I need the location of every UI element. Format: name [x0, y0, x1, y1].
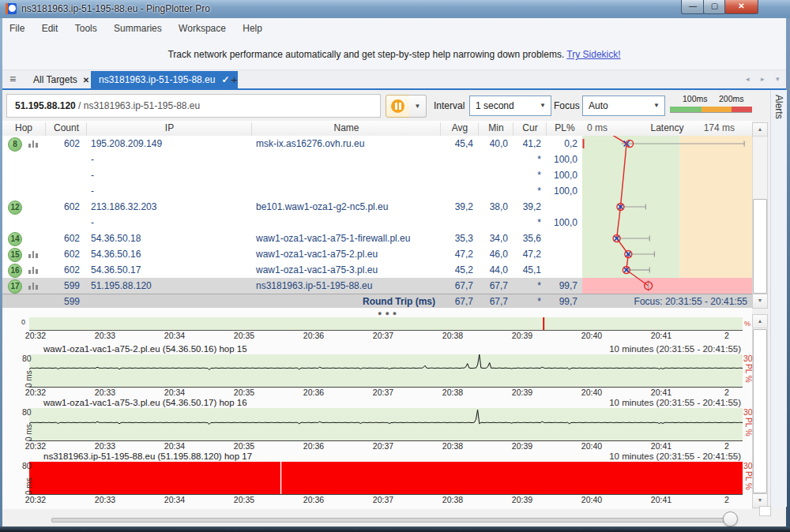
- timeline-plot-hop16[interactable]: [29, 408, 743, 441]
- time-tick-strip: 20:40: [581, 331, 602, 340]
- title-bar[interactable]: ns3181963.ip-51-195-88.eu - PingPlotter …: [0, 0, 790, 19]
- menu-help[interactable]: Help: [243, 23, 262, 34]
- hop-loss-pct: 100,0: [546, 170, 577, 181]
- col-count[interactable]: Count: [45, 122, 87, 136]
- chevron-down-icon[interactable]: ▾: [735, 399, 738, 406]
- hop-avg: 67,7: [440, 280, 473, 291]
- hop-cur: 39,2: [513, 201, 541, 212]
- menu-tools[interactable]: Tools: [75, 23, 97, 34]
- pl-axis-label: PL %: [744, 471, 753, 495]
- timeline-scroll-thumb[interactable]: [753, 329, 767, 493]
- col-latency[interactable]: 0 ms Latency 174 ms: [582, 122, 752, 136]
- hop-count: 602: [45, 264, 80, 275]
- hop-ip: 51.195.88.120: [91, 280, 249, 291]
- legend-green: [670, 107, 702, 112]
- timeline-plot-hop17[interactable]: [29, 462, 743, 495]
- hop-ip: 54.36.50.17: [91, 264, 249, 275]
- tab-menu-icon[interactable]: ≡: [9, 73, 16, 85]
- pane-splitter-handle[interactable]: ●●●: [378, 309, 400, 317]
- target-address-field[interactable]: 51.195.88.120 / ns3181963.ip-51-195-88.e…: [6, 94, 381, 118]
- legend-200ms: 200ms: [719, 94, 744, 103]
- latency-summary-graph[interactable]: [582, 136, 752, 294]
- round-trip-row[interactable]: 599 Round Trip (ms) 67,7 67,7 * 99,7 Foc…: [2, 294, 752, 309]
- menu-edit[interactable]: Edit: [42, 23, 58, 34]
- tab-all-targets-label: All Targets: [33, 74, 77, 85]
- time-slider-thumb[interactable]: [723, 511, 738, 526]
- graph-title-hop16: waw1-oza1-vac1-a75-3.pl.eu (54.36.50.17)…: [43, 398, 247, 407]
- hop-name: waw1-oza1-vac1-a75-2.pl.eu: [256, 249, 438, 260]
- minimize-button[interactable]: —: [681, 0, 705, 14]
- hop-ip: 54.36.50.16: [91, 249, 249, 260]
- hop-min: 67,7: [478, 280, 508, 291]
- hop-name: be101.waw1-oza1-g2-nc5.pl.eu: [256, 201, 438, 212]
- hop-loss-pct: 100,0: [546, 154, 577, 165]
- time-tick-hop16: 20:36: [303, 441, 324, 451]
- col-name[interactable]: Name: [251, 122, 441, 136]
- y-max-label: 80: [22, 354, 32, 363]
- hop-cur: 45,1: [513, 264, 541, 275]
- interval-value: 1 second: [476, 100, 514, 111]
- graph-period[interactable]: 10 minutes (20:31:55 - 20:41:55): [609, 398, 741, 407]
- pingplotter-window: ns3181963.ip-51-195-88.eu - PingPlotter …: [0, 0, 790, 532]
- time-slider-track[interactable]: [51, 518, 728, 523]
- time-tick-hop17: 20:33: [95, 495, 115, 504]
- menu-workspace[interactable]: Workspace: [179, 23, 226, 34]
- pause-dropdown-button[interactable]: ▼: [409, 95, 427, 118]
- pl-axis-label: PL %: [744, 418, 753, 441]
- time-tick-hop16: 20:32: [25, 441, 46, 451]
- hop-count: 602: [45, 201, 80, 212]
- hop-min: 44,0: [478, 264, 508, 275]
- tab-active-target[interactable]: ns3181963.ip-51-195-88.eu✓: [91, 71, 238, 90]
- graph-period[interactable]: 10 minutes (20:31:55 - 20:41:55): [609, 451, 741, 461]
- pause-button[interactable]: [386, 95, 411, 118]
- col-cur[interactable]: Cur: [513, 122, 547, 136]
- chevron-down-icon[interactable]: ▾: [735, 453, 738, 460]
- hop-number-badge: 17: [8, 279, 22, 294]
- rt-min: 67,7: [478, 296, 508, 307]
- hop-min: 40,0: [478, 138, 508, 149]
- graph-period[interactable]: 10 minutes (20:31:55 - 20:41:55): [609, 344, 741, 354]
- interval-label: Interval: [434, 100, 465, 111]
- time-tick-hop16: 20:41: [651, 441, 672, 451]
- alerts-tab-label[interactable]: Alerts: [773, 95, 784, 119]
- time-tick-strip: 20:36: [303, 331, 324, 340]
- try-sidekick-link[interactable]: Try Sidekick!: [566, 49, 620, 60]
- interval-select[interactable]: 1 second▼: [469, 96, 551, 116]
- close-button[interactable]: ✕: [724, 0, 758, 14]
- focus-value: Auto: [589, 100, 608, 111]
- maximize-button[interactable]: ▢: [703, 0, 726, 14]
- hop-count: 602: [45, 249, 80, 260]
- time-tick-hop16: 20:35: [234, 441, 254, 451]
- tab-close-icon[interactable]: ✕: [83, 76, 89, 84]
- scrollbar-corner: [759, 506, 771, 516]
- col-avg[interactable]: Avg: [440, 122, 479, 136]
- new-tab-button[interactable]: +: [231, 73, 238, 86]
- menu-file[interactable]: File: [9, 23, 24, 34]
- time-tick-strip: 2: [724, 331, 729, 340]
- hop-name: ns3181963.ip-51-195-88.eu: [256, 280, 438, 291]
- time-tick-hop17: 20:37: [373, 495, 393, 504]
- tab-scroll-arrows[interactable]: ◂ ▸ ▾: [746, 75, 784, 83]
- hop-loss-pct: 99,7: [546, 280, 577, 291]
- alerts-panel[interactable]: [770, 90, 787, 507]
- hop-number-badge: 15: [8, 248, 22, 262]
- hop-ip: -: [91, 185, 249, 197]
- focus-select[interactable]: Auto▼: [582, 96, 665, 116]
- table-scroll-down[interactable]: ▼: [752, 294, 768, 309]
- menu-summaries[interactable]: Summaries: [114, 23, 162, 34]
- tab-active-label: ns3181963.ip-51-195-88.eu: [99, 74, 215, 85]
- chevron-down-icon[interactable]: ▾: [735, 346, 738, 353]
- col-pl[interactable]: PL%: [546, 122, 583, 136]
- timeline-plot-hop15[interactable]: [29, 354, 743, 388]
- col-hop[interactable]: Hop: [2, 122, 45, 136]
- col-min[interactable]: Min: [478, 122, 514, 136]
- time-tick-hop16: 2: [724, 441, 729, 451]
- hop-number-badge: 8: [8, 137, 22, 152]
- timeline-strip-hop8[interactable]: [29, 317, 743, 331]
- col-ip[interactable]: IP: [86, 122, 252, 136]
- hop-ip: -: [91, 217, 249, 228]
- timeline-chart-icon: [28, 250, 40, 258]
- round-trip-label: Round Trip (ms): [251, 296, 435, 307]
- table-scroll-thumb[interactable]: [753, 199, 767, 294]
- trace-table-header: Hop Count IP Name Avg Min Cur PL% 0 ms L…: [2, 121, 752, 137]
